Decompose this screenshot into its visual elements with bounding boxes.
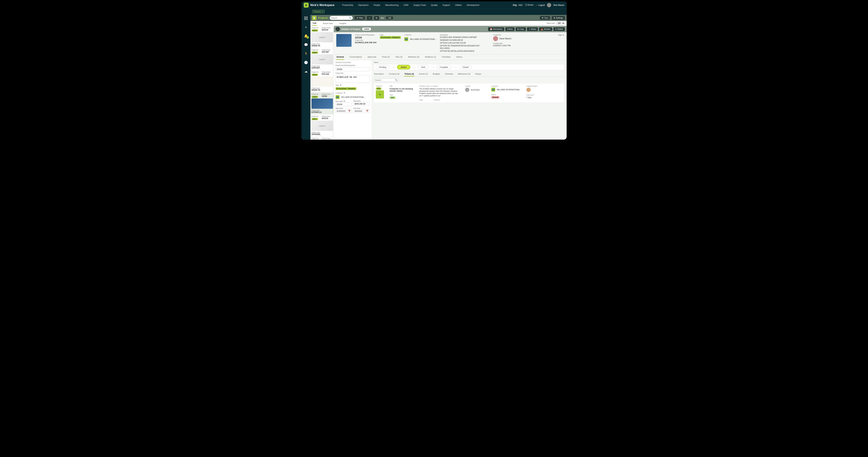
form-startdate-input[interactable]: 5/18/2023📅 — [336, 109, 352, 113]
gear-icon: ⚙ — [554, 17, 555, 19]
list-item[interactable]: Project ID 13621 Project Num S23-086 sup… — [310, 137, 334, 139]
list-item[interactable]: Project ID 13633 Project Num S23-087 sup… — [310, 48, 334, 70]
bell-icon[interactable]: 🔔2 — [304, 34, 308, 38]
status-pill-complete[interactable]: Complete — [436, 65, 452, 69]
pencil-icon[interactable]: ✎ — [562, 34, 564, 36]
logout-link[interactable]: ← Logout — [536, 4, 545, 6]
nav-manufacturing[interactable]: Manufacturing — [383, 4, 401, 6]
add-button[interactable]: ＋ — [367, 16, 372, 20]
form-saleorder-input[interactable] — [336, 102, 352, 106]
share-button[interactable]: ↗Share — [527, 27, 538, 31]
tab-list[interactable]: List — [312, 21, 317, 26]
org-label: Org: — [513, 4, 517, 6]
nav-quality[interactable]: Quality — [428, 4, 440, 6]
search-input[interactable] — [331, 17, 349, 19]
search-icon: 🔍 — [349, 17, 351, 19]
edit-icon[interactable]: ✎ — [340, 84, 342, 86]
detail-tab-approvals[interactable]: Approvals — [367, 54, 377, 60]
detail-title: Details of Project — [342, 28, 361, 30]
nav-people[interactable]: People — [371, 4, 382, 6]
customer-logo — [404, 37, 408, 41]
detail-tab-posts[interactable]: Posts (3) — [382, 54, 390, 60]
edit-icon[interactable]: ✎ — [344, 100, 345, 102]
status-pill-closed[interactable]: Closed — [459, 65, 472, 69]
form-customer-label: Customer — [336, 92, 342, 94]
right-tab[interactable]: Tickets (1) — [404, 72, 414, 76]
detail-tab-attributes[interactable]: Attributes (4) — [408, 54, 420, 60]
module-search[interactable]: 🔍 — [330, 16, 353, 20]
nav-productivity[interactable]: Productivity — [340, 4, 356, 6]
chat-icon[interactable]: 💬 — [304, 43, 308, 47]
nav-crm[interactable]: CRM — [401, 4, 411, 6]
tour-button[interactable]: 👁Tour — [540, 16, 550, 20]
form-ptitle-input[interactable] — [336, 75, 370, 83]
user-avatar[interactable] — [547, 3, 551, 7]
nav-operations[interactable]: Operations — [356, 4, 371, 6]
form-totalprice-input[interactable] — [353, 102, 370, 106]
activity-icon[interactable]: 🏃 — [304, 52, 308, 56]
list-item[interactable]: Project ID 13624 Project Num 523134 supp… — [310, 26, 334, 48]
detail-tab-files[interactable]: Files (3) — [395, 54, 403, 60]
edit-icon[interactable]: ✎ — [344, 92, 345, 94]
right-tab[interactable]: Delays — [475, 72, 482, 76]
detail-tab-history[interactable]: History — [456, 54, 463, 60]
nav-utilities[interactable]: Utilities — [453, 4, 464, 6]
right-tab[interactable]: Events (1) — [419, 72, 428, 76]
settings-button[interactable]: ⚙Settings — [552, 16, 565, 20]
tab-insights[interactable]: Insights — [339, 21, 347, 26]
cloud-upload-icon[interactable]: ☁ — [304, 69, 308, 73]
tc-topic-label: Topic — [420, 99, 423, 101]
ticket-search[interactable]: 🔍 — [374, 78, 399, 82]
right-tab[interactable]: Budgets — [433, 72, 440, 76]
tc-status-badge: Closed — [491, 96, 499, 98]
creator-avatar — [493, 36, 498, 41]
form-duedate-input[interactable]: 3/6/2024📅 — [353, 109, 370, 113]
nav-supply-chain[interactable]: Supply Chain — [411, 4, 428, 6]
form-pnum-input[interactable] — [336, 67, 370, 71]
archive-icon: 📥 — [541, 28, 543, 30]
list-item[interactable]: Project ID 13617 Project Num 523133 supp… — [310, 115, 334, 137]
view-limit-select[interactable]: 100 — [556, 22, 565, 25]
breadcrumb-chip[interactable]: Projects × — [312, 10, 324, 13]
list-item[interactable]: Project ID 13630 Project Num P23-236 Pro… — [310, 70, 334, 92]
status-pill-hold[interactable]: Hold — [418, 65, 429, 69]
errors-link[interactable]: ⓘ Errors — [525, 4, 533, 6]
follow-button[interactable]: Follow — [505, 27, 515, 31]
detail-tab-conversations[interactable]: Conversations — [349, 54, 362, 60]
detail-tab-general[interactable]: General — [336, 54, 344, 60]
reminders-button[interactable]: 📅Reminders — [488, 27, 504, 31]
tc-contact: Scott Davis — [471, 89, 480, 91]
status-pill-active[interactable]: Active — [397, 65, 410, 69]
filter-button[interactable]: ▼Filter — [354, 16, 365, 20]
back-button[interactable]: → — [336, 27, 340, 31]
tc-daysopen: 7 days — [526, 97, 537, 98]
svg-rect-1 — [306, 17, 306, 18]
close-icon[interactable]: × — [322, 10, 323, 12]
right-tab[interactable]: Contacts (4) — [389, 72, 400, 76]
clock-icon[interactable]: 🕐 — [304, 61, 308, 64]
plus-icon[interactable]: ＋ — [304, 25, 308, 29]
ticket-card[interactable]: Ticket ID 273 🖥 Title Computer is not sh… — [374, 83, 564, 103]
delete-button[interactable]: ✕Delete — [553, 27, 565, 31]
right-tab[interactable]: Milestones (3) — [458, 72, 471, 76]
nav-support[interactable]: Support — [440, 4, 453, 6]
list-item[interactable]: Project ID 13623 Project Num 23159 Proje… — [310, 92, 334, 115]
right-tab[interactable]: Schedule — [444, 72, 454, 76]
apps-icon[interactable] — [304, 16, 308, 20]
ticket-search-input[interactable] — [375, 79, 395, 81]
detail-tab-checklists[interactable]: Checklists — [441, 54, 451, 60]
notif-badge: 2 — [307, 36, 309, 39]
detail-tab-relations[interactable]: Relations (1) — [425, 54, 436, 60]
archive-button[interactable]: 📥Archive — [539, 27, 552, 31]
share-icon: ↗ — [529, 28, 530, 30]
copy-detail-button[interactable]: ⧉Copy — [516, 27, 526, 31]
svg-rect-7 — [306, 19, 306, 20]
tab-board[interactable]: Board view — [322, 21, 333, 26]
org-value: ASC — [519, 4, 523, 6]
nav-development[interactable]: Development — [464, 4, 482, 6]
right-tab[interactable]: Description — [374, 72, 384, 76]
copy-button[interactable]: ⧉ — [374, 16, 379, 20]
contact-avatar — [465, 88, 469, 92]
breadcrumb-row: Projects × — [302, 9, 567, 15]
status-pill-pending[interactable]: Pending — [376, 65, 390, 69]
